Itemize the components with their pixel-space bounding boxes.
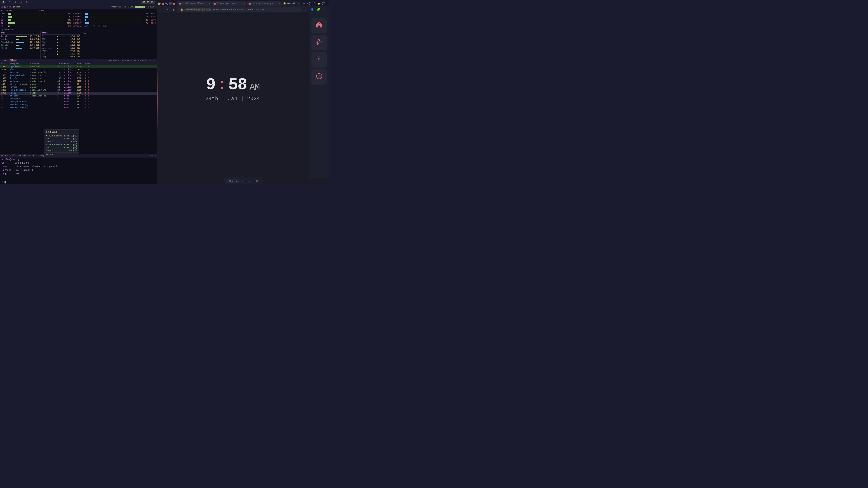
extension-badge: Extension (nightTab) — [184, 8, 212, 11]
tab-close-4[interactable]: × — [297, 2, 300, 5]
table-row[interactable]: 2266 WebExtensions /usr/lib/fire 29 will… — [0, 89, 157, 92]
footer-select[interactable]: select — [1, 155, 8, 157]
mem-free: Free: 8.78 GiB — [1, 47, 39, 50]
table-row[interactable]: 3119 slurp slurp 1 willow 71M 1.6 — [0, 68, 157, 71]
col-user[interactable]: User: — [64, 63, 76, 65]
browser-tab-2[interactable]: 🐙 lighttigerXIV/cat... × — [212, 1, 246, 6]
prompt-text: > — [2, 181, 4, 184]
mail-dropdown[interactable]: Mail ▾ — [226, 179, 240, 183]
tab-label-2: lighttigerXIV/cat... — [217, 2, 241, 5]
tab-close-1[interactable]: × — [208, 2, 211, 5]
table-row[interactable]: 1650 vesktop /opt/vencord/ 45 willow 317… — [0, 80, 157, 83]
table-row[interactable]: 4 kworker/R-rcu_g 1 root 0B 0.0 — [0, 103, 157, 106]
browser-panel: 🔐 🐙 🔧 ⬛ 🐙 🐙 42Willow/dotfiles... × 🐙 lig… — [157, 0, 329, 184]
edit-button[interactable]: ✏ — [247, 178, 252, 184]
ctrl-icon-2[interactable]: 📁 — [318, 2, 321, 5]
battery-pct-2: 99% ▼ — [321, 1, 327, 6]
address-bar[interactable]: 🔒 Extension (nightTab) Search with DuckD… — [178, 7, 302, 12]
dl-row-upload-top: Top:(3.67 Kbps) — [44, 146, 79, 149]
footer-terminate[interactable]: ᵾterminate — [18, 155, 30, 157]
clock-badge: 09:58 AM — [141, 1, 155, 4]
shell-prompt[interactable]: > | — [0, 180, 157, 184]
filter-reverse[interactable]: reverse — [120, 59, 130, 62]
memory-block: mem Total: 15.2 GiB Used: 4.23 GiB Avail… — [0, 31, 41, 59]
footer-info[interactable]: ᵾinfo — [10, 155, 16, 157]
tab-close-2[interactable]: × — [243, 2, 246, 5]
add-button[interactable]: ＋ — [240, 178, 245, 184]
dl-upload-header: upload — [44, 153, 79, 156]
disk-root: / 97.6 GiB — [41, 35, 80, 38]
table-row[interactable]: 3 pool_workqueue_r 1 root 0B 0.0 — [0, 101, 157, 103]
nf-host: host: 20SACT01WW ThinkPad X1 Yoga 4th — [2, 165, 155, 168]
table-row[interactable]: 448 btrfs-transactio waybar 23 root 0B 0… — [0, 83, 157, 86]
menu-button[interactable]: ⋮ — [322, 7, 327, 12]
process-section[interactable]: ▸proc filter per-core reverse tree ▸ cpu… — [0, 59, 157, 157]
browser-tab-4[interactable]: ⭐ New Tab × — [281, 1, 301, 6]
filter-cpudirect[interactable]: ▸ cpu direct ▸ — [137, 59, 156, 62]
table-row[interactable]: 1978 firefox /usr/lib/fire 109 willow 58… — [0, 77, 157, 80]
col-threads[interactable]: Threads — [57, 63, 64, 65]
bookmark-github[interactable] — [311, 69, 327, 85]
col-command[interactable]: Command — [30, 63, 57, 65]
address-text: Search with DuckDuckGo or enter address — [213, 8, 266, 11]
tab-4[interactable]: 4 — [19, 1, 23, 4]
browser-tab-1[interactable]: 🐙 42Willow/dotfiles... × — [177, 1, 211, 6]
col-pid[interactable]: Pid — [1, 63, 9, 65]
browser-icon-4: ⬛ — [168, 2, 172, 5]
bottom-actions: ＋ ✏ ⚙ — [240, 178, 259, 184]
table-row[interactable]: 1473 waybar waybar 23 willow 120M 0.0 — [0, 86, 157, 89]
bookmark-drive[interactable] — [311, 35, 327, 51]
filter-percore[interactable]: per-core — [108, 59, 120, 62]
extensions-button[interactable]: 🧩 — [316, 7, 321, 12]
col-mem[interactable]: MenB — [76, 63, 85, 65]
cpu-model: I5-10210U 1.8 GHz — [1, 9, 78, 12]
bookmark-youtube[interactable] — [311, 52, 327, 68]
account-button[interactable]: 👤 — [310, 7, 315, 12]
filter-label[interactable]: ▸proc — [1, 59, 8, 62]
col-program[interactable]: Program — [9, 63, 30, 65]
cpu-row-c7: C7 7% 57°C — [78, 22, 155, 25]
table-row[interactable]: 2 kthreadd 1 root 0B 0.0 — [0, 98, 157, 101]
nf-kernel: kernel: 6.7.0-arch3-1 — [2, 168, 155, 172]
new-tab-button[interactable]: + — [301, 1, 306, 6]
htop-menu[interactable]: menu — [7, 6, 12, 8]
filter-tree[interactable]: tree — [130, 59, 137, 62]
tab-label-4: New Tab — [287, 2, 296, 5]
cpu-row-c1: C1 6% 57°C — [1, 19, 78, 22]
tab-3[interactable]: 3 — [13, 1, 17, 4]
topbar: A 2 3 4 5 09:58 AM — [0, 0, 157, 5]
filter-option[interactable]: filter — [9, 59, 18, 62]
tab-2[interactable]: 2 — [7, 1, 11, 4]
table-row[interactable]: 1 systemd /sbin/init sp 1 root 13M 0.0 — [0, 95, 157, 98]
table-row[interactable]: 5 kworker/R-rcu_p 1 root 0B 0.0 — [0, 106, 157, 109]
table-row[interactable]: 1375 Hyprland Hyprland 9 willow 283M 1.8 — [0, 65, 157, 68]
back-button[interactable]: ‹ — [159, 7, 164, 12]
table-row[interactable]: 1736 vesktop /opt/vencord/ 20 willow 460… — [0, 71, 157, 74]
col-cpu[interactable]: Cpu% — [85, 63, 92, 65]
tab-5[interactable]: 5 — [25, 1, 29, 4]
disk-io2: IO% 12.3 GiB — [41, 44, 80, 47]
bookmark-button[interactable]: ☆ — [303, 7, 308, 12]
reload-button[interactable]: ↻ — [171, 7, 176, 12]
browser-tab-3[interactable]: 🐙 catppuccin/catppu... × — [247, 1, 281, 6]
disk-io1: IO% 12.3 GiB — [41, 38, 80, 41]
browser-icon-5: 🐙 — [172, 2, 175, 5]
footer-kill[interactable]: ᵾkill — [32, 155, 38, 157]
table-row[interactable]: 2961 kitty kitty 3 willow 173M 0.0 — [0, 92, 157, 95]
settings-button[interactable]: ⚙ — [254, 178, 259, 184]
forward-button[interactable]: › — [165, 7, 170, 12]
tab-close-3[interactable]: × — [278, 2, 281, 5]
svg-point-4 — [316, 73, 322, 79]
browser-icon-1: 🔐 — [158, 2, 161, 5]
mem-total: Total: 15.2 GiB — [1, 35, 39, 38]
clock-display: 9 : 58 AM — [206, 76, 259, 94]
disk-io3: IO% 12.3 GiB — [41, 53, 80, 56]
tab-1[interactable]: A — [1, 1, 5, 4]
tab-label-3: catppuccin/catppu... — [252, 2, 276, 5]
table-row[interactable]: 2358 Isolated Web Co /usr/lib/fire 27 wi… — [0, 74, 157, 77]
nf-os: os: Arch Linux — [2, 161, 155, 165]
htop-preset[interactable]: preset * — [13, 6, 23, 8]
nf-pkgs: pkgs: 876 — [2, 172, 155, 176]
ctrl-icon-1[interactable]: ⚡ — [307, 2, 308, 5]
bookmark-home[interactable] — [311, 18, 327, 33]
